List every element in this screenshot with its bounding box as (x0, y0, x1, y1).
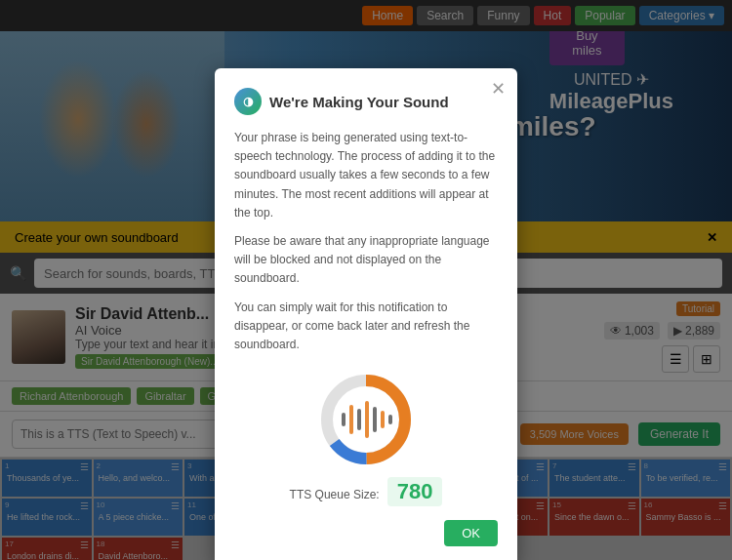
modal-body-p1: Your phrase is being generated using tex… (234, 129, 498, 222)
tts-queue-row: TTS Queue Size: 780 (290, 477, 443, 506)
ok-button[interactable]: OK (444, 520, 498, 546)
queue-number: 780 (387, 477, 443, 506)
modal-header: ◑ We're Making Your Sound (234, 88, 498, 115)
queue-label: TTS Queue Size: (290, 488, 380, 501)
modal-body-p2: Please be aware that any inappropriate l… (234, 232, 498, 289)
modal-overlay: ◑ We're Making Your Sound ✕ Your phrase … (0, 0, 732, 560)
tts-donut-chart (312, 366, 420, 473)
svg-rect-4 (349, 405, 353, 434)
modal-body: Your phrase is being generated using tex… (234, 129, 498, 354)
svg-rect-5 (357, 409, 361, 430)
svg-rect-3 (342, 413, 346, 426)
modal-title: We're Making Your Sound (269, 94, 449, 110)
svg-rect-7 (373, 407, 377, 432)
svg-rect-6 (365, 401, 369, 438)
svg-rect-8 (381, 411, 385, 428)
svg-rect-9 (388, 415, 392, 424)
modal-close-button[interactable]: ✕ (491, 78, 506, 100)
modal-icon: ◑ (234, 88, 262, 115)
making-sound-modal: ◑ We're Making Your Sound ✕ Your phrase … (215, 68, 517, 560)
modal-footer: OK (234, 520, 498, 546)
modal-body-p3: You can simply wait for this notificatio… (234, 299, 498, 355)
donut-area: TTS Queue Size: 780 (234, 366, 498, 506)
